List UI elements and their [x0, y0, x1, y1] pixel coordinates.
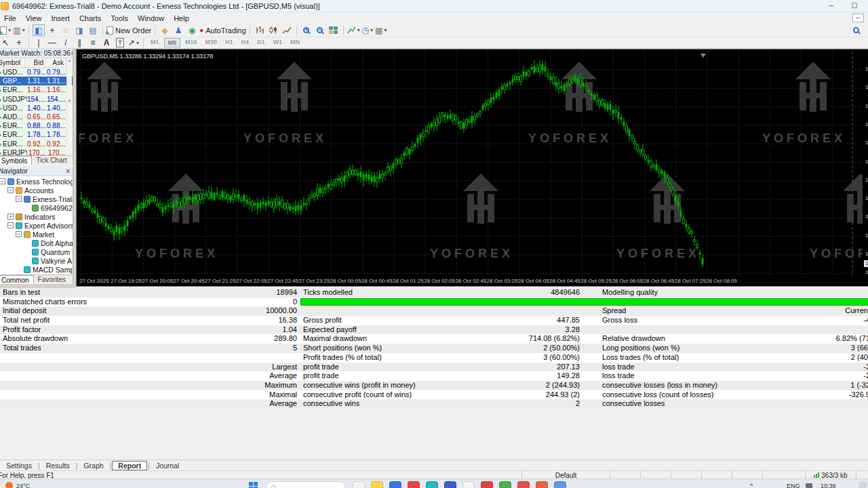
data-window-toggle[interactable]: ▤ — [87, 24, 99, 36]
market-watch-close-icon[interactable]: ✕ — [71, 50, 73, 57]
tray-caret[interactable]: ^ — [750, 483, 753, 488]
nav-item-expert-advisors[interactable]: −Expert Advisors — [0, 221, 73, 230]
taskbar-temperature[interactable]: 24°C — [16, 483, 30, 488]
timeframe-m30[interactable]: M30 — [202, 38, 221, 47]
menu-tools[interactable]: Tools — [106, 14, 133, 23]
nav-item-valkyrie-ai-sc-[interactable]: Valkyrie AI Sc: — [0, 256, 73, 265]
language-indicator[interactable]: ENG — [787, 483, 800, 488]
tree-expander-minus[interactable]: − — [16, 196, 22, 202]
line-chart-mode-button[interactable] — [281, 24, 293, 36]
tab-favorites[interactable]: Favorites — [34, 275, 70, 284]
taskbar-search[interactable] — [266, 481, 346, 488]
menu-charts[interactable]: Charts — [75, 14, 106, 23]
timeframe-mn[interactable]: MN — [287, 38, 303, 47]
indicators-button[interactable]: ▾ — [347, 24, 360, 36]
market-watch-row-eur[interactable]: ◆EUR...1.78...1.78... — [0, 130, 73, 139]
taskbar-app-icon[interactable] — [481, 481, 493, 488]
crosshair-mode-button[interactable]: + — [46, 24, 58, 36]
tile-windows-button[interactable] — [328, 24, 340, 36]
nav-item-accounts[interactable]: −Accounts — [0, 186, 73, 195]
fibonacci-button[interactable]: ≡ — [87, 37, 99, 49]
market-watch-row-usd[interactable]: ◆USD...0.79...0.79... — [0, 68, 73, 77]
tester-tab-graph[interactable]: Graph — [78, 461, 108, 470]
tree-expander-minus[interactable]: − — [0, 178, 5, 184]
timeframe-m5[interactable]: M5 — [164, 38, 181, 47]
bar-chart-mode-button[interactable] — [254, 24, 266, 36]
market-watch-row-eur[interactable]: ◆EUR...0.88...0.88... — [0, 121, 73, 130]
menu-help[interactable]: Help — [169, 14, 194, 23]
tree-expander-plus[interactable]: + — [7, 214, 14, 220]
timeframe-d1[interactable]: D1 — [254, 38, 269, 47]
mql5-web-button[interactable]: ◉ — [186, 24, 198, 36]
maximize-button[interactable]: ☐ — [845, 1, 864, 11]
chart-plot-area[interactable]: GBPUSD,M5 1.33286 1.33294 1.33174 1.3317… — [79, 52, 863, 276]
trendline-button[interactable]: / — [60, 37, 72, 49]
child-window-minimize-button[interactable]: ─ — [852, 14, 864, 22]
nav-item-exness-trial8[interactable]: −Exness-Trial8 — [0, 195, 73, 203]
taskbar-app-icon[interactable] — [408, 481, 420, 488]
start-button[interactable] — [249, 482, 258, 488]
market-watch-row-usd[interactable]: ◆USD...1.40...1.40... — [0, 104, 73, 113]
nav-item-69649962-sec[interactable]: 69649962: SEC — [0, 203, 73, 212]
autoscroll-button[interactable]: ◧ — [33, 24, 45, 36]
market-watch-row-gbp[interactable]: ◆GBP...1.31...1.31... — [0, 77, 73, 85]
community-button[interactable]: ♟ — [172, 24, 184, 36]
tree-expander-minus[interactable]: − — [7, 187, 14, 193]
new-chart-button[interactable]: +▾ — [0, 24, 12, 36]
timeframe-h4[interactable]: H4 — [238, 38, 253, 47]
tester-tab-settings[interactable]: Settings — [1, 461, 37, 470]
search-button[interactable] — [850, 24, 862, 36]
timeframe-w1[interactable]: W1 — [270, 38, 286, 47]
nav-item-exness-technologies-mt4[interactable]: −Exness Technologies MT4 — [0, 177, 73, 186]
profiles-button[interactable]: ▥▾ — [13, 24, 25, 36]
tab-common[interactable]: Common — [0, 275, 34, 284]
favorites-button[interactable]: ☆ — [60, 24, 72, 36]
templates-button[interactable]: ▦▾ — [375, 24, 387, 36]
market-watch-row-eur[interactable]: ◆EUR...0.92...0.92... — [0, 140, 73, 148]
taskbar-app-icon[interactable] — [389, 481, 401, 488]
taskbar-app-icon[interactable] — [371, 481, 383, 488]
notification-button[interactable] — [859, 482, 867, 488]
minimize-button[interactable]: ─ — [822, 1, 841, 11]
nav-item-indicators[interactable]: +Indicators — [0, 212, 73, 221]
nav-item-quantum-pul[interactable]: Quantum Pul — [0, 247, 73, 256]
zoom-out-button[interactable]: − — [314, 24, 326, 36]
cursor-tool-button[interactable]: ↖ — [0, 37, 12, 49]
market-watch-row-usdjpy[interactable]: ◆USDJPY154....154.... — [0, 95, 73, 104]
navigator-close-icon[interactable]: ✕ — [65, 168, 71, 175]
zoom-in-button[interactable]: + — [300, 24, 313, 36]
deposit-button[interactable]: ◆ — [159, 24, 171, 36]
market-watch-toggle[interactable]: ◨ — [73, 24, 85, 36]
nav-item-market[interactable]: −Market — [0, 230, 73, 239]
tree-expander-minus[interactable]: − — [7, 222, 14, 228]
timeframe-m15[interactable]: M15 — [182, 38, 201, 47]
menu-file[interactable]: File — [0, 14, 21, 23]
network-icon[interactable] — [806, 483, 812, 488]
crosshair-tool-button[interactable]: + — [13, 37, 25, 49]
periods-button[interactable]: ◷▾ — [361, 24, 374, 36]
arrows-tool-button[interactable]: ↗▾ — [127, 37, 140, 49]
menu-insert[interactable]: Insert — [46, 14, 75, 23]
menu-window[interactable]: Window — [133, 14, 169, 23]
weather-icon[interactable] — [5, 482, 13, 488]
new-order-button[interactable]: +New Order — [106, 24, 151, 36]
channel-button[interactable]: ∥ — [73, 37, 85, 49]
menu-view[interactable]: View — [21, 14, 47, 23]
market-watch-row-eurjpy[interactable]: ◆EURJPY170...170... — [0, 148, 73, 155]
taskbar-app-icon[interactable] — [499, 481, 511, 488]
taskbar-clock[interactable]: 10:38 — [821, 483, 836, 488]
taskbar-app-icon[interactable] — [536, 481, 548, 488]
tester-tab-journal[interactable]: Journal — [151, 461, 184, 470]
tab-tick-chart[interactable]: Tick Chart — [32, 156, 71, 165]
taskbar-app-icon[interactable] — [426, 481, 438, 488]
taskbar-app-icon[interactable] — [462, 481, 475, 488]
taskbar-app-icon[interactable] — [444, 481, 456, 488]
taskbar-app-icon[interactable] — [353, 481, 365, 488]
market-watch-scrollbar[interactable]: ▲▼ — [66, 58, 72, 146]
candlestick-mode-button[interactable] — [267, 24, 279, 36]
taskbar-app-icon[interactable] — [517, 481, 530, 488]
timeframe-h1[interactable]: H1 — [222, 38, 237, 47]
taskbar-app-icon[interactable] — [554, 481, 566, 488]
label-tool-button[interactable]: T — [114, 37, 126, 49]
timeframe-m1[interactable]: M1 — [147, 38, 163, 47]
